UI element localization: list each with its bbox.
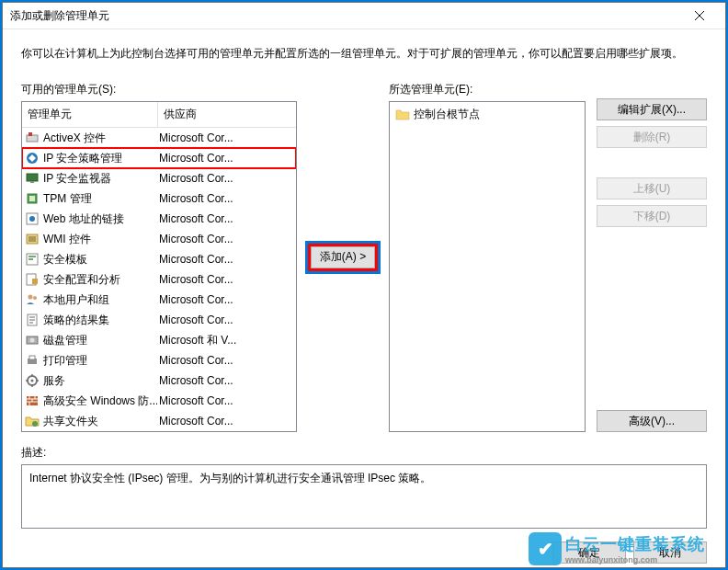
list-item[interactable]: 安全配置和分析Microsoft Cor... (22, 269, 296, 290)
policy-result-icon (25, 313, 40, 327)
tree-root-item[interactable]: 控制台根节点 (392, 104, 583, 125)
advanced-button[interactable]: 高级(V)... (597, 410, 707, 432)
available-label: 可用的管理单元(S): (21, 82, 297, 97)
users-icon (25, 292, 40, 307)
item-vendor: Microsoft Cor... (157, 233, 296, 245)
folder-icon (395, 108, 410, 122)
svg-point-17 (30, 338, 35, 343)
list-item[interactable]: 磁盘管理Microsoft 和 V... (22, 330, 296, 350)
item-name: WMI 控件 (43, 232, 157, 247)
item-vendor: Microsoft Cor... (157, 253, 296, 266)
item-name: 共享文件夹 (43, 414, 157, 429)
item-vendor: Microsoft Cor... (157, 273, 296, 286)
description-area: 描述: Internet 协议安全性 (IPsec) 管理。为与别的计算机进行安… (21, 445, 707, 529)
print-icon (25, 353, 40, 368)
tree-root-label: 控制台根节点 (414, 107, 480, 122)
item-vendor: Microsoft Cor... (157, 394, 296, 407)
security-policy-icon (25, 151, 40, 165)
item-name: 磁盘管理 (43, 333, 157, 348)
close-icon (695, 11, 704, 20)
list-header: 管理单元 供应商 (22, 102, 296, 128)
firewall-icon (25, 393, 40, 408)
item-name: 本地用户和组 (43, 292, 157, 308)
list-item[interactable]: WMI 控件Microsoft Cor... (22, 229, 296, 249)
item-vendor: Microsoft Cor... (157, 172, 296, 185)
list-item[interactable]: 高级安全 Windows 防...Microsoft Cor... (22, 391, 296, 411)
move-down-button[interactable]: 下移(D) (597, 205, 707, 227)
titlebar: 添加或删除管理单元 (3, 3, 725, 29)
description-box: Internet 协议安全性 (IPsec) 管理。为与别的计算机进行安全通讯管… (21, 464, 707, 529)
move-up-button[interactable]: 上移(U) (597, 177, 707, 200)
list-item[interactable]: 策略的结果集Microsoft Cor... (22, 310, 296, 330)
item-name: ActiveX 控件 (43, 131, 157, 146)
svg-rect-0 (27, 135, 38, 142)
list-item[interactable]: TPM 管理Microsoft Cor... (22, 188, 296, 209)
dialog-window: 添加或删除管理单元 你可以在计算机上为此控制台选择可用的管理单元并配置所选的一组… (2, 2, 726, 568)
template-icon (25, 252, 40, 267)
list-item[interactable]: IP 安全监视器Microsoft Cor... (22, 168, 296, 188)
selected-label: 所选管理单元(E): (389, 82, 586, 97)
list-item[interactable]: 共享文件夹Microsoft Cor... (22, 411, 296, 431)
item-vendor: Microsoft Cor... (157, 293, 296, 306)
cancel-button[interactable]: 取消 (633, 542, 707, 564)
svg-point-23 (32, 421, 38, 427)
item-name: 安全模板 (43, 252, 157, 268)
dialog-content: 你可以在计算机上为此控制台选择可用的管理单元并配置所选的一组管理单元。对于可扩展… (3, 29, 725, 570)
remove-button[interactable]: 删除(R) (597, 126, 707, 148)
selected-listbox[interactable]: 控制台根节点 (389, 101, 586, 432)
available-listbox[interactable]: 管理单元 供应商 ActiveX 控件Microsoft Cor...IP 安全… (21, 101, 297, 432)
window-title: 添加或删除管理单元 (10, 8, 681, 24)
item-vendor: Microsoft Cor... (157, 192, 296, 205)
item-name: IP 安全监视器 (43, 171, 157, 187)
item-name: 打印管理 (43, 353, 157, 369)
list-item[interactable]: 打印管理Microsoft Cor... (22, 350, 296, 370)
list-item[interactable]: Web 地址的链接Microsoft Cor... (22, 209, 296, 229)
link-icon (25, 211, 40, 226)
list-item[interactable]: IP 安全策略管理Microsoft Cor... (22, 148, 296, 168)
list-item[interactable]: 安全模板Microsoft Cor... (22, 249, 296, 269)
item-name: 高级安全 Windows 防... (43, 393, 157, 409)
svg-point-8 (29, 216, 35, 222)
svg-point-13 (28, 295, 33, 300)
close-button[interactable] (681, 3, 718, 28)
svg-rect-12 (32, 279, 38, 284)
item-vendor: Microsoft 和 V... (157, 333, 296, 348)
item-vendor: Microsoft Cor... (157, 131, 296, 144)
svg-rect-6 (29, 196, 35, 201)
item-vendor: Microsoft Cor... (157, 212, 296, 225)
middle-panel: 添加(A) > (308, 82, 378, 432)
config-icon (25, 272, 40, 287)
item-vendor: Microsoft Cor... (157, 152, 296, 165)
instruction-text: 你可以在计算机上为此控制台选择可用的管理单元并配置所选的一组管理单元。对于可扩展… (21, 46, 707, 62)
list-item[interactable]: 本地用户和组Microsoft Cor... (22, 290, 296, 310)
list-item[interactable]: 服务Microsoft Cor... (22, 370, 296, 391)
item-name: 策略的结果集 (43, 313, 157, 328)
item-name: TPM 管理 (43, 191, 157, 207)
item-name: Web 地址的链接 (43, 211, 157, 227)
tpm-icon (25, 191, 40, 206)
add-button[interactable]: 添加(A) > (311, 246, 375, 268)
item-name: 服务 (43, 373, 157, 389)
ok-button[interactable]: 确定 (552, 542, 626, 564)
shared-icon (25, 414, 40, 428)
item-name: 安全配置和分析 (43, 272, 157, 288)
item-vendor: Microsoft Cor... (157, 314, 296, 326)
column-name[interactable]: 管理单元 (22, 102, 158, 127)
disk-icon (25, 333, 40, 348)
column-vendor[interactable]: 供应商 (158, 102, 296, 127)
edit-extensions-button[interactable]: 编辑扩展(X)... (597, 98, 707, 120)
selected-panel: 所选管理单元(E): 控制台根节点 (389, 82, 586, 432)
svg-point-14 (33, 296, 37, 300)
svg-rect-1 (28, 132, 32, 136)
item-vendor: Microsoft Cor... (157, 374, 296, 387)
item-vendor: Microsoft Cor... (157, 354, 296, 367)
available-list-body[interactable]: ActiveX 控件Microsoft Cor...IP 安全策略管理Micro… (22, 128, 296, 431)
svg-rect-3 (27, 174, 38, 181)
item-name: IP 安全策略管理 (43, 151, 157, 166)
activex-icon (25, 131, 40, 145)
svg-rect-4 (30, 181, 34, 183)
add-button-highlight: 添加(A) > (308, 244, 378, 271)
list-item[interactable]: ActiveX 控件Microsoft Cor... (22, 128, 296, 148)
bottom-buttons: 确定 取消 ✔ 白云一键重装系统 www.baiyunxitong.com (21, 542, 707, 564)
item-vendor: Microsoft Cor... (157, 415, 296, 428)
